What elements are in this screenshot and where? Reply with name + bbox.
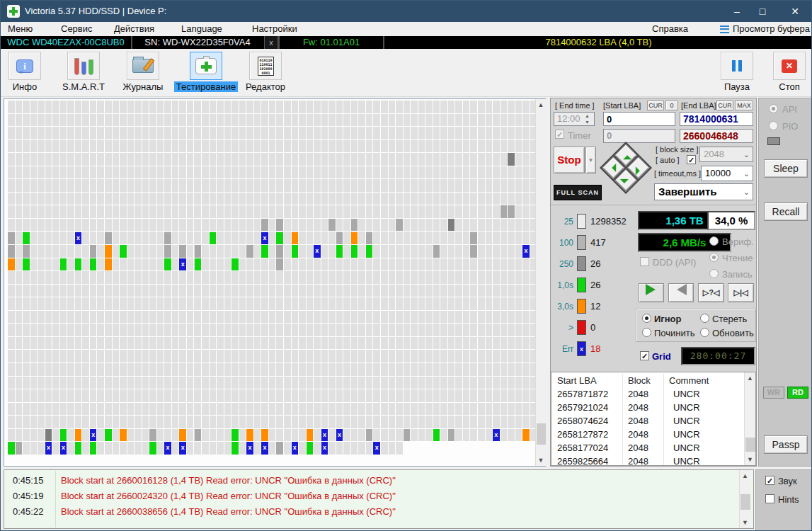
play-backward-button[interactable]	[668, 283, 694, 302]
menu-item-1[interactable]: Меню	[8, 23, 33, 34]
log-scroll-up-icon[interactable]: ▲	[740, 470, 750, 481]
table-row[interactable]: 26578718722048UNCR	[551, 388, 733, 401]
table-cell: 2658127872	[557, 429, 608, 440]
toolbar-button-smart[interactable]: S.M.A.R.T	[55, 52, 113, 93]
scan-block-cell	[195, 245, 202, 258]
table-scrollbar[interactable]: ▲ ▼	[744, 372, 755, 465]
ddd-checkbox[interactable]	[640, 257, 649, 266]
block-size-select[interactable]: 2048⌄	[699, 147, 753, 162]
menu-item-4[interactable]: Language	[181, 23, 222, 34]
end-lba-input[interactable]	[680, 112, 753, 126]
grid-scroll-up-icon[interactable]: ▲	[536, 99, 546, 110]
table-row[interactable]: 26581278722048UNCR	[551, 428, 733, 442]
log-message: Block start at 2660024320 (1,4 TB) Read …	[61, 491, 396, 501]
spinner-arrows-icon[interactable]: ▲▼	[585, 113, 590, 125]
legend-color-swatch	[577, 299, 586, 314]
passport-button[interactable]: Passp	[764, 435, 808, 454]
scan-block-cell	[470, 232, 477, 245]
erase-radio[interactable]	[700, 314, 709, 323]
grid-scrollbar[interactable]: ▲ ▼	[535, 99, 546, 466]
seek-home-button[interactable]: ▷|◁	[728, 283, 754, 302]
col-header-start-lba[interactable]: Start LBA	[557, 375, 597, 386]
seek-test-button[interactable]: ▷?◁	[698, 283, 724, 302]
legend-color-swatch	[577, 256, 586, 271]
table-row[interactable]: 26580746242048UNCR	[551, 415, 733, 428]
timer-checkbox[interactable]: ✓	[555, 130, 564, 139]
stop-icon-box: ✕	[773, 52, 806, 80]
legend-color-swatch	[577, 320, 586, 335]
menu-item-3[interactable]: Действия	[114, 23, 154, 34]
log-scrollbar-thumb[interactable]	[740, 494, 750, 510]
table-scroll-down-icon[interactable]: ▼	[745, 454, 755, 465]
scan-map-grid	[8, 101, 537, 442]
ignore-radio[interactable]	[642, 314, 651, 323]
toolbar-button-editor[interactable]: 010110 110011 101000 0001Редактор	[240, 52, 291, 93]
pio-label: PIO	[782, 121, 798, 132]
editor-icon: 010110 110011 101000 0001	[258, 57, 274, 76]
stop-toolbar-button[interactable]: ✕Стоп	[770, 52, 809, 93]
grid-scroll-down-icon[interactable]: ▼	[536, 455, 546, 466]
control-panel: [ End time ] [Start LBA] CUR 0 [End LBA]…	[550, 98, 757, 467]
device-tab-close-button[interactable]: x	[264, 36, 278, 49]
buffer-view-button[interactable]: Просмотр буфера	[733, 23, 810, 34]
grid-checkbox[interactable]: ✓	[640, 351, 649, 360]
error-block-cell: x	[321, 442, 328, 455]
scan-block-cell	[261, 219, 268, 232]
recall-button[interactable]: Recall	[764, 202, 808, 221]
api-radio[interactable]	[769, 104, 778, 113]
device-serial: SN: WD-WX22D35F0VA4	[131, 36, 263, 49]
scan-block-cell	[120, 245, 127, 258]
col-header-comment[interactable]: Comment	[669, 375, 709, 386]
auto-checkbox[interactable]: ✓	[687, 155, 696, 164]
legend-count: 12	[590, 301, 600, 312]
pio-radio[interactable]	[769, 121, 778, 130]
table-row[interactable]: 26581770242048UNCR	[551, 442, 733, 455]
menu-item-help[interactable]: Справка	[652, 23, 688, 34]
toolbar-button-logs[interactable]: Журналы	[117, 52, 169, 93]
refresh-radio[interactable]	[700, 328, 709, 337]
play-forward-button[interactable]	[639, 283, 664, 302]
close-button[interactable]: ✕	[779, 1, 811, 22]
remap-radio[interactable]	[642, 328, 651, 337]
timeout-select[interactable]: 10000⌄	[701, 166, 753, 181]
victoria-window: Victoria 5.37 HDD/SSD | Device P: – □ ✕ …	[0, 0, 812, 531]
read-radio[interactable]	[709, 253, 719, 262]
end-lba-max-button[interactable]: MAX	[735, 101, 753, 110]
stop-dropdown-button[interactable]: ▼	[585, 147, 596, 173]
device-model[interactable]: WDC WD40EZAX-00C8UB0	[1, 36, 131, 49]
verify-radio[interactable]	[709, 236, 719, 246]
scan-block-cell	[336, 232, 343, 245]
grid-scrollbar-thumb[interactable]	[537, 423, 546, 445]
maximize-button[interactable]: □	[747, 1, 778, 22]
hints-checkbox[interactable]	[765, 494, 774, 503]
log-scroll-down-icon[interactable]: ▼	[740, 517, 750, 528]
toolbar-button-info[interactable]: iИнфо	[6, 52, 43, 93]
menu-item-2[interactable]: Сервис	[61, 23, 93, 34]
table-row[interactable]: 26598256642048UNCR	[551, 455, 733, 469]
sound-checkbox[interactable]: ✓	[765, 476, 774, 485]
full-scan-button[interactable]: FULL SCAN	[554, 185, 602, 200]
table-row[interactable]: 26579210242048UNCR	[551, 401, 733, 415]
scan-block-cell	[210, 232, 217, 245]
scan-block-cell	[292, 232, 299, 245]
end-lba-cur-button[interactable]: CUR	[716, 101, 733, 110]
start-lba-zero-button[interactable]: 0	[665, 101, 678, 110]
sleep-button[interactable]: Sleep	[764, 159, 808, 178]
finish-action-select[interactable]: Завершить⌄	[654, 183, 753, 200]
chevron-down-icon: ⌄	[743, 166, 750, 181]
write-radio[interactable]	[709, 269, 719, 278]
stop-scan-button[interactable]: Stop	[554, 147, 585, 173]
table-scroll-up-icon[interactable]: ▲	[745, 372, 755, 384]
start-lba-input[interactable]	[603, 112, 675, 126]
scan-block-cell	[45, 429, 52, 442]
logs-icon	[132, 59, 154, 73]
pause-toolbar-button[interactable]: Пауза	[717, 52, 757, 93]
menu-item-5[interactable]: Настройки	[252, 23, 297, 34]
toolbar-button-test[interactable]: Тестирование	[173, 52, 239, 93]
log-scrollbar[interactable]: ▲ ▼	[739, 470, 750, 528]
start-lba-cur-button[interactable]: CUR	[647, 101, 664, 110]
col-header-block[interactable]: Block	[628, 375, 651, 386]
scan-block-cell	[75, 429, 82, 442]
legend-label: 250	[551, 259, 573, 269]
table-scrollbar-thumb[interactable]	[745, 438, 755, 452]
